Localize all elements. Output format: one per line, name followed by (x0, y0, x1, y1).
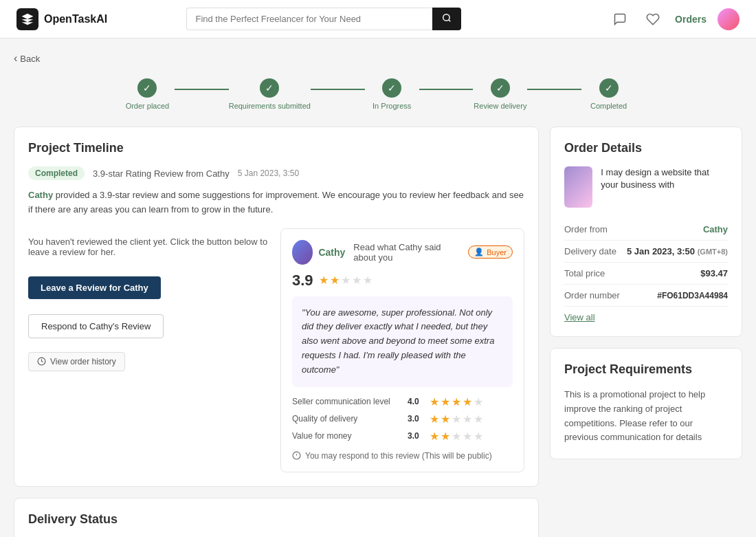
timeline-date: 5 Jan 2023, 3:50 (238, 168, 299, 178)
respond-review-button[interactable]: Respond to Cathy's Review (28, 314, 164, 338)
step-line-1 (175, 89, 229, 90)
timeline-description: Cathy provided a 3.9-star review and som… (28, 188, 524, 217)
step-line-3 (419, 89, 474, 90)
progress-bar: ✓ Order placed ✓ Requirements submitted … (14, 78, 742, 110)
logo: OpenTaskAI (16, 8, 107, 30)
value-score: 3.0 (408, 431, 424, 441)
respond-notice: You may respond to this review (This wil… (292, 451, 513, 461)
step-requirements: ✓ Requirements submitted (229, 78, 311, 110)
timeline-title: Project Timeline (28, 141, 524, 155)
order-image (564, 166, 592, 208)
timeline-left: You haven't reviewed the client yet. Cli… (28, 228, 272, 472)
user-avatar[interactable] (718, 8, 740, 30)
delivery-value: 5 Jan 2023, 3:50 (GMT+8) (627, 246, 728, 256)
reviewer-header: Cathy Read what Cathy said about you 👤 B… (292, 240, 513, 265)
reviewer-said: Read what Cathy said about you (353, 242, 463, 263)
step-completed: ✓ Completed (581, 78, 636, 110)
review-quote: "You are awesome, super professional. No… (292, 296, 513, 387)
communication-label: Seller communication level (292, 397, 402, 406)
step-label-3: In Progress (373, 102, 411, 110)
rating-value: Value for money 3.0 ★★★★★ (292, 430, 513, 443)
search-input[interactable] (186, 8, 432, 30)
communication-stars: ★★★★★ (430, 395, 483, 408)
search-button[interactable] (432, 8, 461, 30)
step-order-placed: ✓ Order placed (120, 78, 175, 110)
step-circle-4: ✓ (491, 78, 510, 98)
svg-point-0 (443, 14, 449, 21)
total-value: $93.47 (700, 268, 728, 278)
message-icon[interactable] (609, 8, 631, 30)
step-review-delivery: ✓ Review delivery (473, 78, 527, 110)
rating-communication: Seller communication level 4.0 ★★★★★ (292, 395, 513, 408)
heart-icon[interactable] (642, 8, 664, 30)
quality-label: Quality of delivery (292, 414, 402, 424)
step-circle-2: ✓ (260, 78, 279, 98)
delivery-status-card: Delivery Status DELIVERY #1 5 Jan 2023, … (14, 498, 539, 537)
rating-quality: Quality of delivery 3.0 ★★★★★ (292, 413, 513, 426)
history-icon (37, 357, 46, 366)
main-grid: Project Timeline Completed 3.9-star Rati… (14, 127, 742, 537)
leave-review-button[interactable]: Leave a Review for Cathy (28, 276, 161, 299)
view-order-history-button[interactable]: View order history (28, 352, 125, 371)
page-content: Back ✓ Order placed ✓ Requirements submi… (0, 39, 756, 537)
progress-steps: ✓ Order placed ✓ Requirements submitted … (120, 78, 636, 110)
rating-row: 3.9 ★ ★ ★ ★ ★ (292, 272, 513, 289)
value-label: Value for money (292, 431, 402, 441)
logo-icon (16, 8, 38, 30)
delivery-label: Delivery date (564, 246, 616, 256)
info-icon (292, 451, 301, 460)
order-from-row: Order from Cathy (564, 219, 728, 241)
rating-breakdown: Seller communication level 4.0 ★★★★★ Qua… (292, 395, 513, 443)
reviewer-name: Cathy (318, 247, 345, 258)
cathy-link[interactable]: Cathy (28, 190, 53, 200)
delivery-title: Delivery Status (28, 512, 524, 527)
timeline-notice: You haven't reviewed the client yet. Cli… (28, 237, 272, 257)
star-5: ★ (363, 274, 373, 287)
left-column: Project Timeline Completed 3.9-star Rati… (14, 127, 539, 537)
overall-stars: ★ ★ ★ ★ ★ (319, 274, 373, 287)
from-value: Cathy (703, 224, 728, 234)
step-line-2 (311, 89, 365, 90)
right-column: Order Details I may design a website tha… (550, 127, 742, 537)
quality-score: 3.0 (408, 414, 424, 424)
step-label-5: Completed (590, 102, 627, 110)
requirements-title: Project Requirements (564, 362, 728, 377)
step-circle-5: ✓ (599, 78, 619, 98)
header-actions: Orders (609, 8, 740, 30)
status-badge: Completed (28, 166, 85, 180)
step-label-1: Order placed (126, 102, 170, 110)
review-section: Cathy Read what Cathy said about you 👤 B… (280, 228, 524, 472)
order-number-row: Order number #FO61DD3A44984 (564, 285, 728, 307)
buyer-icon: 👤 (474, 248, 484, 256)
step-label-2: Requirements submitted (229, 102, 311, 110)
total-label: Total price (564, 268, 605, 278)
order-num-value: #FO61DD3A44984 (657, 291, 728, 300)
delivery-date-row: Delivery date 5 Jan 2023, 3:50 (GMT+8) (564, 241, 728, 263)
step-in-progress: ✓ In Progress (365, 78, 419, 110)
order-details-header: I may design a website that your busines… (564, 166, 728, 208)
step-label-4: Review delivery (474, 102, 526, 110)
step-circle-1: ✓ (137, 78, 157, 98)
rating-label: 3.9-star Rating Review from Cathy (93, 168, 230, 179)
order-service-title: I may design a website that your busines… (601, 166, 728, 191)
order-details-card: Order Details I may design a website tha… (550, 127, 742, 337)
order-details-title: Order Details (564, 141, 728, 155)
quality-stars: ★★★★★ (430, 413, 483, 426)
back-link[interactable]: Back (14, 52, 742, 65)
total-price-row: Total price $93.47 (564, 263, 728, 285)
orders-link[interactable]: Orders (675, 14, 707, 25)
from-label: Order from (564, 224, 608, 234)
header: OpenTaskAI Orders (0, 0, 756, 39)
star-4: ★ (352, 274, 362, 287)
order-num-label: Order number (564, 290, 620, 300)
communication-score: 4.0 (408, 397, 424, 406)
value-stars: ★★★★★ (430, 430, 483, 443)
step-line-4 (527, 89, 581, 90)
view-all-link[interactable]: View all (564, 312, 728, 322)
project-requirements-card: Project Requirements This is a promotion… (550, 348, 742, 459)
reviewer-avatar (292, 240, 313, 265)
project-timeline-card: Project Timeline Completed 3.9-star Rati… (14, 127, 539, 487)
buyer-badge: 👤 Buyer (468, 245, 513, 259)
search-bar (186, 8, 461, 30)
star-2: ★ (330, 274, 340, 287)
